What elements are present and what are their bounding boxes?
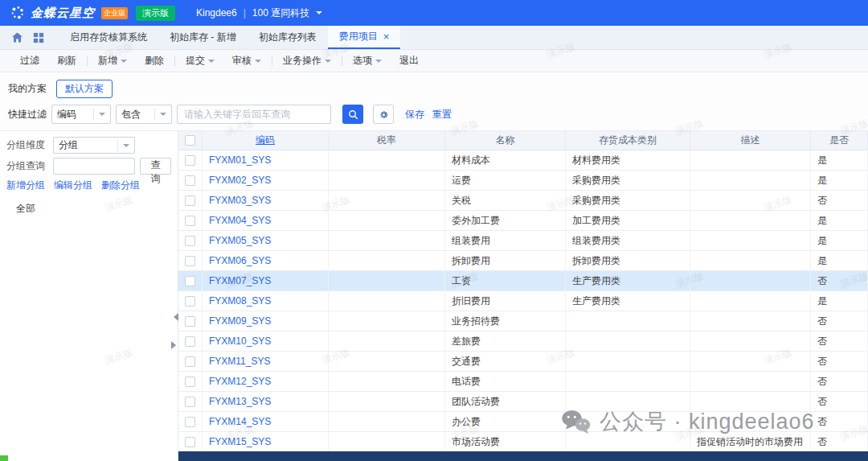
row-checkbox[interactable] [185, 336, 195, 347]
tab-expense-items[interactable]: 费用项目× [328, 26, 401, 49]
apps-grid-icon[interactable] [33, 32, 44, 43]
toolbar-button-label: 新增 [98, 54, 117, 68]
table-row[interactable]: FYXM07_SYS工资生产费用类否 [178, 271, 868, 291]
close-tab-icon[interactable]: × [383, 31, 390, 42]
toolbar-button-submit[interactable]: 提交 [177, 54, 223, 68]
toolbar-button-exit[interactable]: 退出 [391, 54, 428, 68]
tab-enable-inventory-accounting[interactable]: 启用存货核算系统 [59, 26, 158, 49]
table-row[interactable]: FYXM11_SYS交通费否 [178, 352, 868, 372]
select-all-checkbox[interactable] [185, 135, 195, 146]
row-checkbox[interactable] [185, 175, 195, 186]
keyword-search-input[interactable] [177, 105, 331, 124]
column-header-name[interactable]: 名称 [445, 131, 566, 150]
cell-code[interactable]: FYXM09_SYS [203, 311, 329, 331]
row-checkbox[interactable] [185, 296, 195, 307]
cell-code[interactable]: FYXM06_SYS [203, 251, 329, 270]
column-header-code[interactable]: 编码 [203, 131, 329, 150]
cell-code[interactable]: FYXM08_SYS [203, 291, 329, 311]
cell-code[interactable]: FYXM02_SYS [203, 171, 329, 190]
row-checkbox[interactable] [185, 437, 195, 447]
toolbar-button-filter[interactable]: 过滤 [11, 54, 48, 68]
add-group-link[interactable]: 新增分组 [6, 179, 45, 192]
filter-settings-button[interactable] [373, 105, 394, 124]
cell-code[interactable]: FYXM12_SYS [203, 372, 329, 391]
toolbar-button-delete[interactable]: 删除 [136, 54, 173, 68]
row-checkbox[interactable] [185, 377, 195, 387]
home-icon[interactable] [11, 31, 23, 43]
filter-field-select[interactable]: 编码 [51, 105, 111, 124]
cell-code[interactable]: FYXM14_SYS [203, 412, 329, 431]
edit-group-link[interactable]: 编辑分组 [54, 179, 92, 192]
table-row[interactable]: FYXM03_SYS关税采购费用类否 [178, 191, 868, 211]
account-menu[interactable]: Kingdee6 | 100 逐同科技 [196, 6, 322, 20]
cell-code[interactable]: FYXM15_SYS [203, 432, 329, 451]
cell-code[interactable]: FYXM01_SYS [203, 150, 329, 170]
table-row[interactable]: FYXM06_SYS拆卸费用拆卸费用类是 [178, 251, 868, 271]
row-checkbox[interactable] [185, 155, 195, 166]
default-plan-chip[interactable]: 默认方案 [56, 80, 113, 98]
cell-code[interactable]: FYXM03_SYS [203, 191, 329, 210]
cell-code[interactable]: FYXM07_SYS [203, 271, 329, 290]
column-header-flag[interactable]: 是否 [811, 131, 868, 150]
cell-name: 团队活动费 [445, 392, 566, 411]
table-row[interactable]: FYXM15_SYS市场活动费指促销活动时的市场费用否 [178, 432, 868, 452]
cell-code[interactable]: FYXM10_SYS [203, 331, 329, 351]
row-checkbox[interactable] [185, 196, 195, 206]
sidebar-collapse-handle[interactable] [172, 307, 179, 327]
cell-name: 折旧费用 [445, 291, 566, 311]
table-row[interactable]: FYXM01_SYS材料成本材料费用类是 [178, 150, 868, 171]
chevron-down-icon [316, 11, 322, 14]
row-checkbox[interactable] [185, 316, 195, 327]
row-checkbox[interactable] [185, 356, 195, 367]
tab-label: 初始库存列表 [259, 31, 317, 44]
cell-category: 采购费用类 [566, 171, 690, 190]
row-checkbox[interactable] [185, 417, 195, 427]
column-header-desc[interactable]: 描述 [690, 131, 811, 150]
cell-code[interactable]: FYXM11_SYS [203, 352, 329, 371]
cell-name: 材料成本 [445, 150, 566, 170]
delete-group-link[interactable]: 删除分组 [101, 179, 140, 192]
cell-code[interactable]: FYXM04_SYS [203, 211, 329, 230]
table-row[interactable]: FYXM12_SYS电话费否 [178, 372, 868, 392]
row-checkbox[interactable] [185, 276, 195, 286]
toolbar-button-new[interactable]: 新增 [89, 54, 136, 68]
cell-code[interactable]: FYXM05_SYS [203, 231, 329, 250]
filter-operator-select[interactable]: 包含 [116, 105, 172, 124]
table-row[interactable]: FYXM04_SYS委外加工费加工费用类是 [178, 211, 868, 231]
search-button[interactable] [342, 105, 363, 124]
row-checkbox[interactable] [185, 216, 195, 226]
group-tree-root[interactable]: 全部 [6, 200, 171, 218]
toolbar-button-refresh[interactable]: 刷新 [48, 54, 85, 68]
select-all-cell [178, 131, 203, 150]
toolbar-button-audit[interactable]: 审核 [223, 54, 270, 68]
save-filter-link[interactable]: 保存 [405, 108, 424, 121]
table-row[interactable]: FYXM14_SYS办公费否 [178, 412, 868, 432]
group-query-button[interactable]: 查询 [140, 158, 171, 175]
cell-code[interactable]: FYXM13_SYS [203, 392, 329, 411]
row-checkbox[interactable] [185, 397, 195, 407]
table-row[interactable]: FYXM02_SYS运费采购费用类是 [178, 171, 868, 191]
group-dimension-select[interactable]: 分组 [53, 137, 135, 154]
cell-desc: 指促销活动时的市场费用 [690, 432, 811, 451]
table-row[interactable]: FYXM10_SYS差旅费否 [178, 331, 868, 352]
tab-initial-inventory-new[interactable]: 初始库存 - 新增 [158, 26, 248, 49]
row-checkbox[interactable] [185, 256, 195, 266]
cell-tax [329, 271, 445, 290]
cell-flag: 否 [811, 372, 868, 391]
row-checkbox[interactable] [185, 236, 195, 246]
table-row[interactable]: FYXM05_SYS组装费用组装费用类是 [178, 231, 868, 251]
table-row[interactable]: FYXM08_SYS折旧费用生产费用类是 [178, 291, 868, 311]
toolbar-button-options[interactable]: 选项 [344, 54, 391, 68]
table-row[interactable]: FYXM13_SYS团队活动费否 [178, 392, 868, 412]
column-header-category[interactable]: 存货成本类别 [566, 131, 690, 150]
reset-filter-link[interactable]: 重置 [432, 108, 452, 121]
table-row[interactable]: FYXM09_SYS业务招待费否 [178, 311, 868, 331]
tab-initial-inventory-list[interactable]: 初始库存列表 [248, 26, 328, 49]
cell-name: 差旅费 [445, 331, 566, 351]
column-header-tax[interactable]: 税率 [329, 131, 445, 150]
chevron-down-icon [121, 60, 127, 63]
row-checkbox-cell [178, 372, 203, 391]
toolbar-button-business-operations[interactable]: 业务操作 [274, 54, 340, 68]
sidebar-expand-handle[interactable] [170, 335, 177, 356]
group-query-input[interactable] [53, 158, 135, 175]
